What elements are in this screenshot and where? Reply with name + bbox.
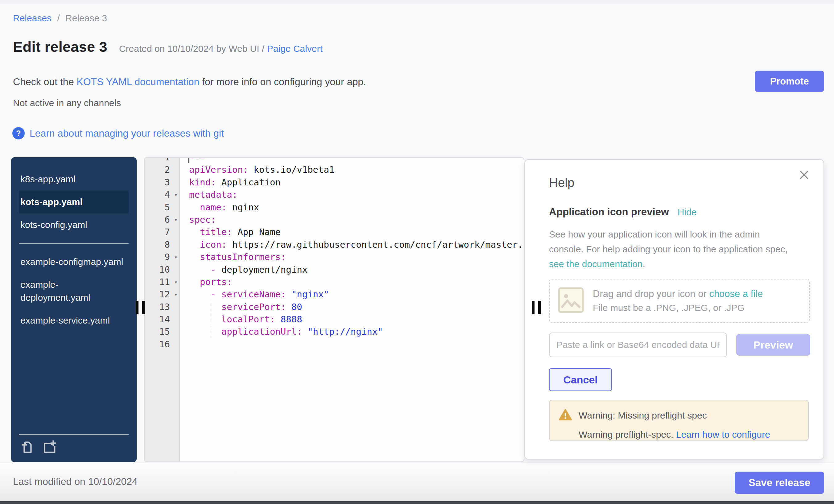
see-documentation-link[interactable]: see the documentation: [549, 259, 643, 269]
code-line[interactable]: 1---: [145, 157, 524, 163]
warning-row-1: Warning: Missing preflight spec: [558, 408, 799, 423]
code-line[interactable]: 8 icon: https://raw.githubusercontent.co…: [145, 238, 524, 251]
image-placeholder-icon: [558, 287, 584, 314]
line-number: 3: [145, 176, 179, 189]
help-panel-title: Help: [549, 176, 574, 190]
docs-hint-after: for more info on configuring your app.: [199, 76, 366, 87]
fold-arrow-icon[interactable]: ▾: [174, 189, 178, 201]
file-tree-item-example-configmap.yaml[interactable]: example-configmap.yaml: [19, 250, 129, 273]
code-line[interactable]: 11▾ ports:: [145, 276, 524, 288]
code-line[interactable]: 3kind: Application: [145, 176, 524, 189]
fold-arrow-icon[interactable]: ▾: [174, 251, 178, 263]
code-line[interactable]: 5 name: nginx: [145, 201, 524, 214]
code-line[interactable]: 12▾ - serviceName: "nginx": [145, 288, 524, 301]
preflight-warning-box: Warning: Missing preflight spec Warning …: [549, 400, 809, 441]
warning-row-2: Warning preflight-spec. Learn how to con…: [578, 429, 799, 440]
fold-arrow-icon[interactable]: ▾: [174, 288, 178, 301]
resize-bar: [142, 301, 145, 314]
line-number: 5: [145, 201, 179, 214]
icon-url-input[interactable]: [549, 332, 727, 357]
line-number: 2: [145, 163, 179, 176]
warning-body: Warning preflight-spec.: [578, 429, 676, 440]
help-panel: Help Application icon preview Hide See h…: [524, 159, 824, 460]
app-window: Releases / Release 3 Edit release 3 Crea…: [0, 0, 834, 504]
indent-guide: [211, 325, 211, 338]
code-line[interactable]: 4▾metadata:: [145, 189, 524, 201]
file-tree-item-example-service.yaml[interactable]: example-service.yaml: [19, 309, 129, 332]
panel-resize-handle[interactable]: [532, 301, 541, 314]
preview-button[interactable]: Preview: [736, 334, 810, 356]
code-line[interactable]: 7 title: App Name: [145, 226, 524, 238]
warning-triangle-icon: [558, 408, 572, 423]
code-line[interactable]: 6▾spec:: [145, 214, 524, 226]
line-number: 10: [145, 263, 179, 276]
fold-arrow-icon[interactable]: ▾: [174, 276, 178, 288]
dropzone-text: Drag and drop your icon or choose a file…: [593, 288, 763, 313]
file-tree-item-kots-app.yaml[interactable]: kots-app.yaml: [19, 191, 129, 214]
code-rows: 1---2apiVersion: kots.io/v1beta13kind: A…: [145, 157, 524, 350]
git-help-row: ? Learn about managing your releases wit…: [12, 127, 224, 139]
dropzone-main-text: Drag and drop your icon or: [593, 288, 709, 299]
code-line[interactable]: 14 localPort: 8888: [145, 313, 524, 325]
indent-guide: [211, 301, 211, 313]
icon-dropzone[interactable]: Drag and drop your icon or choose a file…: [549, 279, 810, 323]
yaml-code-editor[interactable]: 1---2apiVersion: kots.io/v1beta13kind: A…: [144, 157, 524, 462]
kots-yaml-docs-link[interactable]: KOTS YAML documentation: [76, 76, 199, 87]
line-number: 14: [145, 313, 179, 325]
footer-bar: Last modified on 10/10/2024 Save release: [0, 463, 834, 502]
line-number: 13: [145, 301, 179, 313]
channel-status-text: Not active in any channels: [13, 98, 121, 108]
code-line[interactable]: 15 applicationUrl: "http://nginx": [145, 325, 524, 338]
breadcrumb-releases-link[interactable]: Releases: [13, 13, 51, 23]
file-groups: k8s-app.yamlkots-app.yamlkots-config.yam…: [11, 168, 137, 332]
file-tree-item-kots-config.yaml[interactable]: kots-config.yaml: [19, 214, 129, 236]
description-line-2: console. For help adding your icon to th…: [549, 244, 788, 254]
learn-how-to-configure-link[interactable]: Learn how to configure: [676, 429, 770, 440]
sidebar-bottom-toolbar: [19, 434, 129, 455]
indent-guide: [211, 313, 211, 325]
hide-link[interactable]: Hide: [678, 207, 697, 217]
icon-preview-section-header: Application icon preview Hide: [549, 206, 697, 218]
icon-preview-description: See how your application icon will look …: [549, 227, 788, 271]
file-tree-item-k8s-app.yaml[interactable]: k8s-app.yaml: [19, 168, 129, 191]
line-number: 1: [145, 157, 179, 163]
file-tree-sidebar: k8s-app.yamlkots-app.yamlkots-config.yam…: [11, 157, 137, 462]
code-line[interactable]: 16: [145, 338, 524, 350]
add-file-icon[interactable]: [20, 440, 35, 454]
close-icon[interactable]: [797, 169, 811, 182]
code-line[interactable]: 13 servicePort: 80: [145, 301, 524, 313]
add-folder-icon[interactable]: [43, 440, 57, 454]
icon-url-row: Preview: [549, 332, 810, 357]
created-by-link[interactable]: Paige Calvert: [267, 43, 323, 54]
cancel-button[interactable]: Cancel: [549, 368, 612, 391]
line-number: 15: [145, 325, 179, 338]
created-on-prefix: Created on 10/10/2024 by Web UI /: [119, 43, 264, 54]
promote-button[interactable]: Promote: [755, 71, 824, 92]
sidebar-resize-handle[interactable]: [136, 301, 145, 314]
resize-bar: [538, 301, 541, 314]
line-number: 4▾: [145, 189, 179, 201]
fold-arrow-icon[interactable]: ▾: [174, 214, 178, 226]
question-circle-icon: ?: [12, 127, 25, 139]
file-group-divider: [19, 243, 129, 244]
description-period: .: [643, 259, 645, 269]
window-top-edge: [0, 0, 834, 4]
dropzone-file-types: File must be a .PNG, .JPEG, or .JPG: [593, 303, 763, 313]
save-release-button[interactable]: Save release: [735, 472, 824, 494]
file-tree-item-example-deployment.yaml[interactable]: example-deployment.yaml: [19, 273, 129, 309]
breadcrumb-current: Release 3: [65, 13, 107, 23]
line-number: 7: [145, 226, 179, 238]
breadcrumb: Releases / Release 3: [13, 13, 107, 23]
line-number: 11▾: [145, 276, 179, 288]
code-line[interactable]: 10 - deployment/nginx: [145, 263, 524, 276]
icon-preview-title: Application icon preview: [549, 206, 669, 218]
docs-hint-before: Check out the: [13, 76, 76, 87]
last-modified-text: Last modified on 10/10/2024: [13, 476, 137, 487]
resize-bar: [136, 301, 138, 314]
code-line[interactable]: 9▾ statusInformers:: [145, 251, 524, 263]
breadcrumb-separator: /: [57, 13, 60, 23]
choose-file-link[interactable]: choose a file: [709, 288, 763, 299]
git-releases-link[interactable]: Learn about managing your releases with …: [29, 128, 224, 139]
code-line[interactable]: 2apiVersion: kots.io/v1beta1: [145, 163, 524, 176]
warning-title: Warning: Missing preflight spec: [578, 410, 707, 421]
